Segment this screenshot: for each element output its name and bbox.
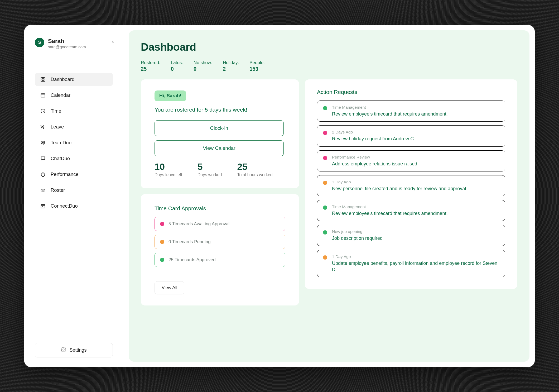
sidebar-item-label: Performance	[51, 171, 79, 177]
action-meta: 1 Day Ago	[332, 180, 467, 184]
svg-rect-0	[41, 78, 43, 79]
sidebar-item-label: ConnectDuo	[51, 203, 78, 209]
svg-rect-4	[41, 94, 45, 97]
connect-icon	[40, 203, 46, 209]
rostered-line: You are rostered for 5 days this week!	[155, 107, 285, 113]
view-all-button[interactable]: View All	[155, 281, 184, 294]
profile-text: Sarah sara@goodteam.com	[48, 38, 86, 49]
status-dot-icon	[160, 240, 164, 244]
status-dot-icon	[323, 181, 327, 185]
metric-label: Days worked	[197, 173, 222, 177]
profile-block: S Sarah sara@goodteam.com ‹‹	[35, 38, 113, 49]
action-item[interactable]: 1 Day Ago Update employee benefits, payr…	[317, 250, 505, 278]
gear-icon	[61, 347, 66, 353]
timecard-card: Time Card Approvals 5 Timecards Awaiting…	[141, 194, 299, 305]
action-item[interactable]: 2 Days Ago Review holiday request from A…	[317, 125, 505, 146]
sidebar-item-connectduo[interactable]: ConnectDuo	[35, 199, 113, 213]
clock-icon	[40, 108, 46, 114]
sidebar-item-teamduo[interactable]: TeamDuo	[35, 136, 113, 149]
action-item[interactable]: New job opening Job description required	[317, 225, 505, 246]
page-title: Dashboard	[141, 41, 517, 53]
action-body: Review employee's timecard that requires…	[332, 210, 448, 217]
rostered-prefix: You are rostered for	[155, 107, 205, 113]
status-dot-icon	[160, 258, 164, 262]
stat-label: Holiday:	[223, 60, 239, 65]
sidebar-item-dashboard[interactable]: Dashboard	[35, 73, 113, 86]
stat-value: 25	[141, 66, 160, 72]
action-meta: Time Management	[332, 105, 448, 110]
action-item[interactable]: 1 Day Ago New personnel file created and…	[317, 175, 505, 196]
action-body: Update employee benefits, payroll inform…	[332, 260, 499, 273]
sidebar-item-roster[interactable]: Roster	[35, 184, 113, 197]
timecard-title: Time Card Approvals	[155, 205, 285, 212]
sidebar-item-time[interactable]: Time	[35, 104, 113, 118]
svg-rect-1	[44, 78, 45, 79]
columns: Hi, Sarah! You are rostered for 5 days t…	[141, 79, 517, 305]
timecard-row-awaiting[interactable]: 5 Timecards Awaiting Approval	[155, 217, 285, 231]
action-body: Review holiday request from Andrew C.	[332, 136, 415, 142]
status-dot-icon	[323, 106, 327, 110]
sidebar-item-leave[interactable]: Leave	[35, 120, 113, 133]
sidebar-item-chatduo[interactable]: ChatDuo	[35, 152, 113, 165]
col-left: Hi, Sarah! You are rostered for 5 days t…	[141, 79, 299, 305]
status-dot-icon	[323, 255, 327, 260]
dashboard-icon	[40, 77, 46, 82]
status-dot-icon	[323, 156, 327, 160]
action-meta: 2 Days Ago	[332, 130, 415, 135]
action-item[interactable]: Time Management Review employee's timeca…	[317, 200, 505, 221]
stat-people: People: 153	[249, 60, 265, 72]
stat-value: 0	[171, 66, 183, 72]
action-item[interactable]: Performance Review Address employee rela…	[317, 150, 505, 171]
stat-holiday: Holiday: 2	[223, 60, 239, 72]
plane-icon	[40, 124, 46, 130]
status-dot-icon	[323, 230, 327, 235]
action-body: Job description required	[332, 235, 383, 241]
metric-label: Days leave left	[155, 173, 182, 177]
sidebar-item-calendar[interactable]: Calendar	[35, 89, 113, 102]
sidebar-item-label: TeamDuo	[51, 140, 71, 146]
svg-rect-3	[44, 80, 45, 82]
stat-label: Lates:	[171, 60, 183, 65]
sidebar-item-label: ChatDuo	[51, 156, 70, 161]
metric-num: 5	[197, 161, 222, 172]
timecard-row-pending[interactable]: 0 Timecards Pending	[155, 235, 285, 249]
svg-point-9	[42, 141, 43, 143]
avatar[interactable]: S	[35, 38, 44, 47]
stat-rostered: Rostered: 25	[141, 60, 160, 72]
metric-num: 10	[155, 161, 182, 172]
timecard-row-text: 5 Timecards Awaiting Approval	[168, 221, 229, 227]
action-body: Review employee's timecard that requires…	[332, 111, 448, 117]
chat-icon	[40, 156, 46, 161]
metric-label: Total hours worked	[237, 173, 272, 177]
timecard-row-approved[interactable]: 25 Timecards Approved	[155, 253, 285, 267]
sidebar-item-performance[interactable]: Performance	[35, 168, 113, 181]
stat-label: People:	[249, 60, 265, 65]
stat-value: 0	[194, 66, 212, 72]
calendar-icon	[40, 92, 46, 98]
stat-value: 153	[249, 66, 265, 72]
metric-num: 25	[237, 161, 272, 172]
action-item[interactable]: Time Management Review employee's timeca…	[317, 101, 505, 122]
view-calendar-button[interactable]: View Calendar	[155, 140, 284, 156]
greeting-pill: Hi, Sarah!	[155, 90, 186, 101]
stat-label: No show:	[194, 60, 212, 65]
sidebar-item-label: Calendar	[51, 92, 70, 98]
collapse-icon[interactable]: ‹‹	[112, 39, 113, 44]
metric-hours: 25 Total hours worked	[237, 161, 272, 177]
svg-rect-2	[41, 80, 43, 82]
svg-rect-21	[42, 206, 43, 207]
action-meta: 1 Day Ago	[332, 254, 499, 259]
sidebar-item-label: Roster	[51, 187, 65, 193]
action-body: Address employee relations issue raised	[332, 161, 417, 167]
settings-button[interactable]: Settings	[35, 343, 113, 357]
status-dot-icon	[323, 205, 327, 210]
main: Dashboard Rostered: 25 Lates: 0 No show:…	[129, 30, 529, 362]
user-email: sara@goodteam.com	[48, 45, 86, 49]
sidebar-item-label: Leave	[51, 124, 64, 130]
metric-worked: 5 Days worked	[197, 161, 222, 177]
clockin-button[interactable]: Clock-in	[155, 120, 284, 136]
actions-card: Action Requests Time Management Review e…	[305, 79, 517, 289]
stat-noshow: No show: 0	[194, 60, 212, 72]
settings-label: Settings	[69, 347, 86, 353]
svg-point-22	[63, 349, 64, 350]
